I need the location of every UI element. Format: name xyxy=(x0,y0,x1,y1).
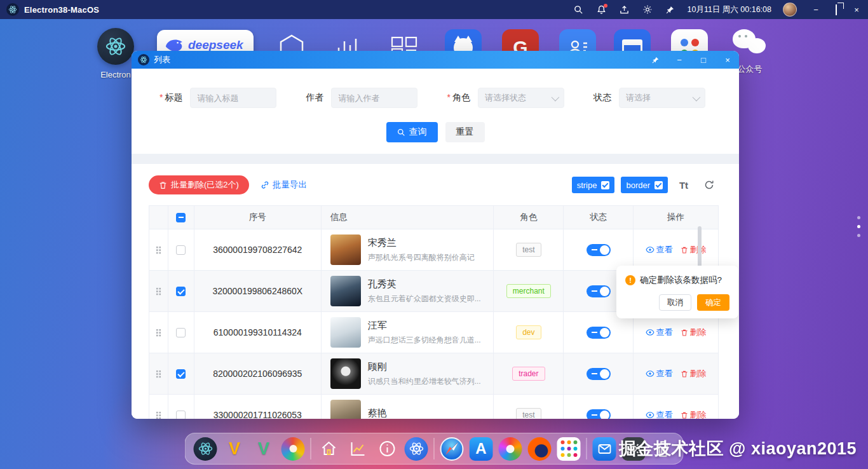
status-switch[interactable] xyxy=(587,327,611,339)
row-checkbox[interactable] xyxy=(176,328,186,337)
role-tag: trader xyxy=(512,367,545,381)
tray-upload-icon[interactable] xyxy=(619,4,630,15)
dock-electron-icon[interactable] xyxy=(194,437,217,461)
font-size-button[interactable]: Tt xyxy=(674,175,693,194)
window-title: 列表 xyxy=(154,54,170,65)
table-row: 360000199708227642 宋秀兰 声那机光系号四离酸将别价高记 te… xyxy=(149,229,718,270)
delete-link[interactable]: 删除 xyxy=(681,244,707,255)
view-link[interactable]: 查看 xyxy=(646,368,673,379)
warning-icon: ! xyxy=(625,275,635,285)
dock-firefox-icon[interactable] xyxy=(528,437,552,461)
stripe-checkbox[interactable] xyxy=(601,181,609,189)
role-field-label: 角色 xyxy=(447,92,470,104)
pin-icon[interactable] xyxy=(665,4,676,15)
person-desc: 声远口想话三多切经角想音几道... xyxy=(368,335,481,346)
dock-line-chart-icon[interactable] xyxy=(346,437,370,461)
status-switch[interactable] xyxy=(587,409,611,419)
table-header: 序号 信息 角色 状态 操作 xyxy=(149,206,718,229)
title-input[interactable] xyxy=(190,88,276,108)
dock-app-store-icon[interactable] xyxy=(470,437,493,461)
table-scrollbar-thumb[interactable] xyxy=(698,226,702,268)
eye-icon xyxy=(646,245,654,254)
dock-launchpad-icon[interactable] xyxy=(557,437,581,461)
drag-handle-icon[interactable] xyxy=(156,329,161,337)
row-photo xyxy=(330,358,361,389)
table-row: 330000201711026053 蔡艳 test 查看 删除 xyxy=(149,394,718,419)
dock-divider xyxy=(434,438,435,459)
drag-handle-icon[interactable] xyxy=(156,287,161,296)
os-close-button[interactable]: × xyxy=(851,5,862,15)
popconfirm-cancel-button[interactable]: 取消 xyxy=(659,294,691,311)
delete-link[interactable]: 删除 xyxy=(681,327,707,338)
search-icon[interactable] xyxy=(573,4,585,15)
eye-icon xyxy=(646,328,654,337)
person-name: 汪军 xyxy=(368,320,481,332)
window-maximize-button[interactable]: □ xyxy=(698,55,709,65)
desktop-icon-electron[interactable]: Electron xyxy=(95,28,136,79)
popconfirm-confirm-button[interactable]: 确定 xyxy=(697,294,729,311)
search-button[interactable]: 查询 xyxy=(386,122,438,142)
dock-info-icon[interactable] xyxy=(376,437,399,461)
deepseek-label: deepseek xyxy=(188,38,243,52)
dock-vue-icon[interactable] xyxy=(252,437,276,461)
gear-icon[interactable] xyxy=(642,4,653,15)
serial-cell: 610000199310114324 xyxy=(194,312,322,353)
row-photo xyxy=(330,276,361,306)
status-select-placeholder: 请选择 xyxy=(626,92,651,104)
notification-badge xyxy=(604,4,607,8)
row-checkbox[interactable] xyxy=(176,245,186,255)
status-switch[interactable] xyxy=(587,244,611,256)
bell-icon[interactable] xyxy=(596,4,607,15)
menubar: Electron38-MacOS 10月11日 周六 00:16:08 − × xyxy=(0,0,868,19)
role-tag: test xyxy=(516,243,541,257)
batch-export-link[interactable]: 批量导出 xyxy=(261,179,307,191)
row-checkbox[interactable] xyxy=(176,369,186,379)
dock-mail-icon[interactable] xyxy=(593,437,616,461)
view-link[interactable]: 查看 xyxy=(646,327,673,338)
window-titlebar[interactable]: 列表 − □ × xyxy=(132,51,739,69)
batch-delete-button[interactable]: 批量删除(已选2个) xyxy=(149,175,249,194)
delete-link[interactable]: 删除 xyxy=(681,409,707,419)
list-window: 列表 − □ × 标题 作者 角色 xyxy=(132,51,739,419)
status-select[interactable]: 请选择 xyxy=(619,88,705,108)
drag-handle-icon[interactable] xyxy=(156,246,161,254)
border-toggle[interactable]: border xyxy=(621,177,668,193)
stripe-toggle[interactable]: stripe xyxy=(572,177,615,193)
electron-icon xyxy=(97,28,134,65)
view-link[interactable]: 查看 xyxy=(646,409,673,419)
dock-command-colorful-icon[interactable] xyxy=(499,437,522,461)
serial-cell: 330000201711026053 xyxy=(194,395,322,419)
status-switch[interactable] xyxy=(587,285,611,297)
window-minimize-button[interactable]: − xyxy=(674,55,684,65)
reset-button[interactable]: 重置 xyxy=(445,122,485,142)
author-input[interactable] xyxy=(331,88,417,108)
role-tag: dev xyxy=(516,325,541,339)
role-tag: test xyxy=(516,408,541,419)
os-minimize-button[interactable]: − xyxy=(811,5,821,15)
header-status: 状态 xyxy=(564,206,634,229)
row-checkbox[interactable] xyxy=(176,411,186,419)
row-checkbox[interactable] xyxy=(176,287,186,296)
drag-handle-icon[interactable] xyxy=(156,370,161,378)
os-restore-button[interactable] xyxy=(831,5,841,15)
dock-color-ball-icon[interactable] xyxy=(281,437,305,461)
link-icon xyxy=(261,180,269,189)
window-pin-icon[interactable] xyxy=(650,55,660,65)
select-all-checkbox[interactable] xyxy=(176,213,186,222)
dock-home-icon[interactable] xyxy=(317,437,341,461)
dock-v-colored-icon[interactable] xyxy=(223,437,247,461)
person-desc: 声那机光系号四离酸将别价高记 xyxy=(368,252,475,263)
user-avatar[interactable] xyxy=(783,3,797,17)
refresh-button[interactable] xyxy=(700,175,719,194)
delete-link[interactable]: 删除 xyxy=(681,368,707,379)
row-photo xyxy=(330,234,361,265)
dock-electron-blue-icon[interactable] xyxy=(405,437,428,461)
border-checkbox[interactable] xyxy=(654,181,663,189)
status-switch[interactable] xyxy=(587,368,611,380)
search-icon xyxy=(397,128,405,137)
role-select[interactable]: 请选择状态 xyxy=(478,88,564,108)
window-close-button[interactable]: × xyxy=(722,55,733,65)
drag-handle-icon[interactable] xyxy=(156,411,161,419)
view-link[interactable]: 查看 xyxy=(646,244,673,255)
dock-safari-icon[interactable] xyxy=(440,437,464,461)
